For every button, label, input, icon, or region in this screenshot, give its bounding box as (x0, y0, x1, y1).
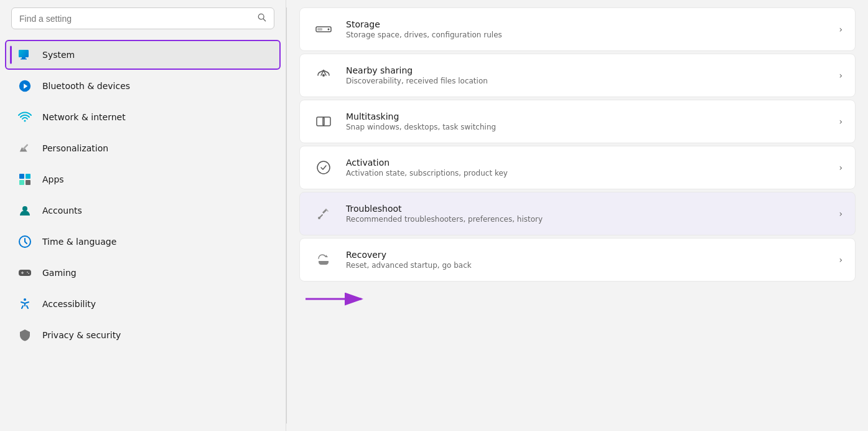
setting-text-recovery: Recovery Reset, advanced startup, go bac… (346, 250, 828, 270)
sidebar-item-label-privacy: Privacy & security (42, 330, 121, 340)
svg-point-7 (24, 120, 26, 122)
setting-title-troubleshoot: Troubleshoot (346, 204, 828, 214)
setting-title-nearby: Nearby sharing (346, 65, 828, 75)
accounts-icon (16, 202, 34, 219)
setting-item-storage[interactable]: Storage Storage space, drives, configura… (299, 7, 856, 51)
setting-title-multitasking: Multitasking (346, 111, 828, 121)
sidebar-item-label-time: Time & language (42, 237, 116, 247)
sidebar-item-privacy[interactable]: Privacy & security (5, 320, 281, 350)
setting-text-troubleshoot: Troubleshoot Recommended troubleshooters… (346, 204, 828, 224)
sidebar-item-system[interactable]: System (5, 40, 281, 70)
sidebar-item-label-accessibility: Accessibility (42, 299, 96, 309)
sidebar-item-personalization[interactable]: Personalization (5, 133, 281, 163)
sidebar-item-label-bluetooth: Bluetooth & devices (42, 81, 130, 91)
svg-rect-9 (26, 174, 30, 179)
svg-rect-8 (19, 174, 24, 179)
svg-point-26 (317, 161, 330, 174)
chevron-icon-nearby: › (839, 70, 842, 80)
svg-rect-3 (19, 50, 29, 57)
svg-point-19 (24, 298, 26, 301)
chevron-icon-activation: › (839, 163, 842, 173)
sidebar-item-label-personalization: Personalization (42, 143, 108, 153)
accessibility-icon (16, 295, 34, 313)
svg-rect-5 (21, 59, 27, 60)
svg-point-12 (22, 206, 27, 211)
setting-item-nearby[interactable]: Nearby sharing Discoverability, received… (299, 54, 856, 97)
chevron-icon-recovery: › (839, 255, 842, 265)
storage-icon (312, 18, 335, 40)
svg-rect-16 (22, 272, 23, 274)
sidebar-item-network[interactable]: Network & internet (5, 102, 281, 132)
setting-item-recovery[interactable]: Recovery Reset, advanced startup, go bac… (299, 238, 856, 282)
chevron-icon-multitasking: › (839, 116, 842, 126)
setting-subtitle-multitasking: Snap windows, desktops, task switching (346, 123, 828, 131)
sidebar-item-time[interactable]: Time & language (5, 227, 281, 257)
sidebar-item-label-system: System (42, 50, 75, 60)
setting-title-storage: Storage (346, 19, 828, 29)
setting-subtitle-nearby: Discoverability, received files location (346, 77, 828, 85)
sidebar-item-label-gaming: Gaming (42, 268, 77, 278)
setting-subtitle-activation: Activation state, subscriptions, product… (346, 169, 828, 178)
network-icon (16, 108, 34, 126)
svg-line-1 (263, 19, 266, 21)
svg-point-23 (322, 74, 325, 77)
sidebar-item-label-apps: Apps (42, 174, 64, 184)
chevron-icon-troubleshoot: › (839, 209, 842, 219)
recovery-icon (312, 249, 335, 271)
gaming-icon (16, 264, 34, 282)
system-icon (16, 46, 34, 64)
sidebar-item-label-network: Network & internet (42, 112, 126, 122)
search-icon (258, 13, 266, 24)
multitasking-icon (312, 110, 335, 133)
svg-rect-11 (26, 180, 30, 185)
svg-rect-4 (22, 57, 26, 59)
setting-title-recovery: Recovery (346, 250, 828, 260)
setting-text-activation: Activation Activation state, subscriptio… (346, 158, 828, 178)
sidebar-item-accounts[interactable]: Accounts (5, 196, 281, 225)
svg-point-17 (27, 272, 28, 273)
chevron-icon-storage: › (839, 24, 842, 34)
sidebar: System Bluetooth & devices (0, 0, 286, 431)
search-input[interactable] (19, 14, 253, 24)
svg-point-18 (28, 273, 29, 274)
personalization-icon (16, 140, 34, 157)
privacy-icon (16, 326, 34, 344)
settings-list: Storage Storage space, drives, configura… (287, 0, 868, 431)
apps-icon (16, 171, 34, 188)
bluetooth-icon (16, 77, 34, 95)
setting-subtitle-recovery: Reset, advanced startup, go back (346, 261, 828, 270)
sidebar-item-accessibility[interactable]: Accessibility (5, 289, 281, 319)
sidebar-item-apps[interactable]: Apps (5, 164, 281, 194)
setting-item-activation[interactable]: Activation Activation state, subscriptio… (299, 146, 856, 189)
nearby-icon (312, 64, 335, 87)
setting-text-multitasking: Multitasking Snap windows, desktops, tas… (346, 111, 828, 131)
setting-item-troubleshoot[interactable]: Troubleshoot Recommended troubleshooters… (299, 192, 856, 235)
svg-point-27 (318, 217, 320, 219)
setting-subtitle-troubleshoot: Recommended troubleshooters, preferences… (346, 215, 828, 224)
svg-point-22 (328, 29, 330, 31)
svg-rect-21 (317, 28, 322, 31)
setting-subtitle-storage: Storage space, drives, configuration rul… (346, 31, 828, 39)
svg-rect-14 (19, 270, 31, 276)
sidebar-item-gaming[interactable]: Gaming (5, 258, 281, 288)
setting-text-storage: Storage Storage space, drives, configura… (346, 19, 828, 39)
activation-icon (312, 156, 335, 179)
setting-item-multitasking[interactable]: Multitasking Snap windows, desktops, tas… (299, 100, 856, 143)
search-box[interactable] (11, 7, 274, 29)
time-icon (16, 233, 34, 250)
nav-items: System Bluetooth & devices (0, 39, 286, 351)
troubleshoot-icon (312, 202, 335, 225)
svg-rect-10 (19, 180, 24, 185)
setting-text-nearby: Nearby sharing Discoverability, received… (346, 65, 828, 85)
sidebar-item-label-accounts: Accounts (42, 206, 82, 215)
sidebar-item-bluetooth[interactable]: Bluetooth & devices (5, 71, 281, 101)
setting-title-activation: Activation (346, 158, 828, 168)
